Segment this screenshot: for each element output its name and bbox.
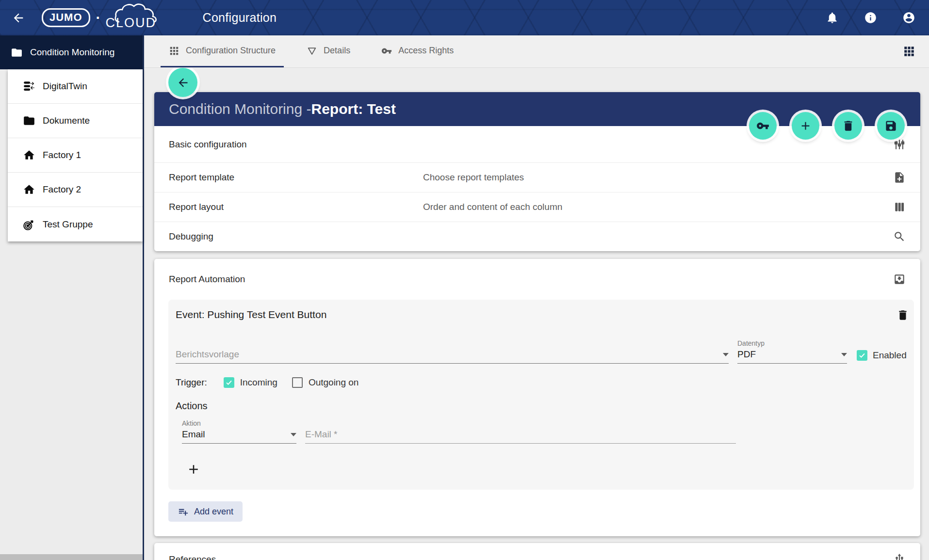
sidebar-item-label: Condition Monitoring (30, 47, 114, 58)
delete-event-button[interactable] (896, 309, 909, 321)
app-title: Configuration (203, 11, 277, 25)
topbar: JUMO · CLOUD Configuration (0, 0, 929, 35)
chevron-down-icon (723, 353, 729, 356)
sidebar: Condition Monitoring DigitalTwin Dokumen… (0, 35, 144, 560)
sliders-icon (893, 138, 906, 151)
key-icon (756, 119, 769, 132)
row-debugging[interactable]: Debugging (154, 222, 920, 251)
tab-configuration-structure[interactable]: Configuration Structure (161, 35, 284, 67)
tab-label: Configuration Structure (186, 46, 276, 56)
home-icon (23, 183, 35, 196)
sidebar-item-label: Dokumente (43, 115, 90, 126)
email-field[interactable]: E-Mail * (305, 429, 736, 444)
references-card[interactable]: References (154, 543, 920, 560)
search-icon (893, 230, 906, 243)
add-button[interactable] (792, 112, 819, 140)
row-label: Report template (169, 172, 423, 183)
sidebar-item-label: Factory 1 (43, 150, 81, 160)
tab-label: Access Rights (398, 46, 454, 56)
select-value: Email (182, 429, 205, 440)
bell-icon[interactable] (826, 11, 839, 24)
email-placeholder: E-Mail * (305, 429, 338, 440)
select-label: Aktion (182, 419, 296, 427)
configuration-card: Condition Monitoring - Report: Test (154, 92, 920, 251)
add-event-label: Add event (194, 507, 233, 517)
sidebar-item-test-gruppe[interactable]: Test Gruppe (8, 207, 143, 241)
save-button[interactable] (877, 112, 905, 140)
sidebar-item-condition-monitoring[interactable]: Condition Monitoring (0, 35, 143, 69)
content-area: Condition Monitoring - Report: Test (144, 68, 929, 560)
row-report-layout[interactable]: Report layout Order and content of each … (154, 192, 920, 222)
sidebar-scrollbar[interactable] (0, 554, 143, 560)
tab-access-rights[interactable]: Access Rights (373, 35, 462, 67)
back-icon[interactable] (12, 11, 25, 25)
info-icon[interactable] (864, 11, 877, 24)
inbox-download-icon (893, 273, 906, 286)
row-report-automation[interactable]: Report Automation (154, 259, 920, 300)
columns-icon (893, 201, 906, 213)
cloud-logo: CLOUD (106, 3, 165, 32)
funnel-icon (307, 46, 317, 56)
delete-button[interactable] (834, 112, 862, 140)
sidebar-item-label: Factory 2 (43, 184, 81, 195)
add-event-button[interactable]: Add event (168, 501, 243, 522)
add-action-button[interactable] (186, 462, 201, 477)
tab-details[interactable]: Details (298, 35, 359, 67)
apps-grid-icon[interactable] (903, 45, 915, 58)
event-card: Event: Pushing Test Event Button Bericht… (168, 300, 914, 490)
sidebar-item-label: Test Gruppe (43, 219, 93, 230)
action-select[interactable]: Aktion Email (182, 419, 296, 444)
account-icon[interactable] (902, 11, 915, 24)
plus-icon (799, 119, 812, 132)
row-label: Basic configuration (169, 139, 423, 150)
back-fab-button[interactable] (168, 68, 197, 97)
topbar-actions (826, 11, 915, 24)
actions-title: Actions (176, 400, 909, 412)
grid-icon (169, 46, 179, 56)
row-label: Debugging (169, 231, 423, 242)
sidebar-item-factory-1[interactable]: Factory 1 (8, 138, 143, 173)
report-template-select[interactable]: Berichtsvorlage (176, 349, 729, 364)
incoming-checkbox[interactable] (224, 377, 234, 388)
row-label: Report layout (169, 202, 423, 212)
section-title: Report Automation (169, 274, 423, 285)
detail-title-emphasis: Report: Test (311, 101, 395, 117)
folder-icon (23, 114, 35, 127)
sidebar-item-factory-2[interactable]: Factory 2 (8, 173, 143, 207)
datatype-select[interactable]: Datentyp PDF (737, 339, 847, 364)
sidebar-item-digitaltwin[interactable]: DigitalTwin (8, 69, 143, 104)
trash-icon (896, 309, 909, 321)
cloud-text: CLOUD (106, 16, 157, 31)
detail-title-prefix: Condition Monitoring - (169, 101, 311, 117)
outgoing-checkbox[interactable] (292, 377, 303, 388)
key-icon (381, 46, 392, 56)
event-title: Event: Pushing Test Event Button (176, 309, 326, 320)
folder-icon (11, 47, 23, 59)
sidebar-list: DigitalTwin Dokumente Factory 1 Factory … (8, 69, 143, 241)
report-automation-card: Report Automation Event: Pushing Test Ev… (154, 259, 920, 536)
jumo-logo: JUMO (42, 8, 90, 27)
incoming-label: Incoming (240, 377, 277, 388)
save-icon (884, 119, 897, 132)
main-area: Configuration Structure Details Access R… (144, 35, 929, 560)
access-key-button[interactable] (749, 112, 777, 140)
tab-bar: Configuration Structure Details Access R… (144, 35, 929, 68)
digital-twin-icon (23, 80, 35, 93)
header-action-buttons (749, 112, 905, 140)
row-value: Choose report templates (423, 172, 893, 183)
sidebar-item-dokumente[interactable]: Dokumente (8, 104, 143, 138)
trigger-label: Trigger: (176, 377, 207, 388)
row-value: Order and content of each column (423, 202, 893, 212)
note-add-icon (893, 171, 906, 184)
brand-dot: · (96, 10, 101, 26)
home-icon (23, 149, 35, 161)
enabled-checkbox[interactable] (857, 350, 867, 361)
check-icon (858, 352, 866, 359)
row-report-template[interactable]: Report template Choose report templates (154, 162, 920, 192)
select-value: PDF (737, 349, 756, 360)
references-title: References (169, 554, 893, 560)
trash-icon (842, 119, 855, 132)
usb-icon (893, 553, 906, 560)
target-icon (23, 218, 35, 231)
select-placeholder: Berichtsvorlage (176, 349, 239, 360)
